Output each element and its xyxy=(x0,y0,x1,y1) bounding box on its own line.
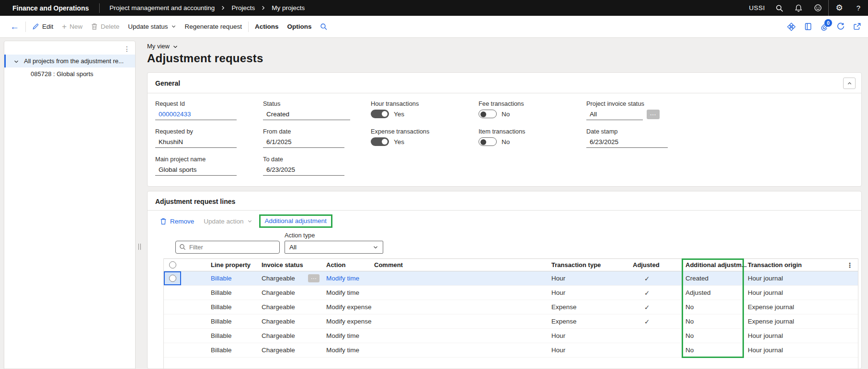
attachments-count-badge: 0 xyxy=(824,19,832,27)
breadcrumb-module[interactable]: Project management and accounting xyxy=(109,4,215,11)
edit-button[interactable]: Edit xyxy=(28,20,57,33)
annotation-highlight-box: Additional adjustment xyxy=(259,214,332,228)
grid-options-icon[interactable]: ⋮ xyxy=(846,261,858,269)
grid-row[interactable]: Billable Chargeable Modify expense Expen… xyxy=(164,314,858,329)
regenerate-request-button[interactable]: Regenerate request xyxy=(181,20,246,33)
back-button[interactable]: ← xyxy=(6,19,23,34)
chevron-right-icon xyxy=(220,5,226,11)
chevron-down-icon xyxy=(13,59,19,65)
breadcrumb: Project management and accounting Projec… xyxy=(100,4,305,11)
row-radio[interactable] xyxy=(164,286,181,300)
open-in-new-window-icon[interactable] xyxy=(853,22,861,31)
delete-button[interactable]: Delete xyxy=(87,20,124,33)
status-value[interactable]: Created xyxy=(263,110,350,120)
attachments-paperclip-icon[interactable]: 0 xyxy=(821,22,828,31)
hour-transactions-toggle[interactable] xyxy=(371,110,389,118)
feedback-smiley-icon[interactable] xyxy=(808,0,827,16)
company-selector[interactable]: USSI xyxy=(744,4,770,11)
field-main-project-name: Main project name Global sports xyxy=(155,156,263,179)
field-request-id: Request Id 000002433 xyxy=(155,100,263,123)
request-id-value[interactable]: 000002433 xyxy=(155,110,237,120)
row-radio[interactable] xyxy=(164,329,181,343)
remove-button[interactable]: Remove xyxy=(155,215,199,227)
panel-splitter[interactable] xyxy=(136,41,144,369)
fee-transactions-toggle[interactable] xyxy=(479,110,497,118)
lookup-ellipsis-button[interactable]: ⋯ xyxy=(647,110,660,119)
column-header-adjusted[interactable]: Adjusted xyxy=(629,261,682,268)
grid-row[interactable]: Billable Chargeable Modify time Hour ✓ A… xyxy=(164,286,858,300)
tree-item-label: All projects from the adjustment re... xyxy=(24,57,124,65)
to-date-value[interactable]: 6/23/2025 xyxy=(263,165,344,176)
notifications-bell-icon[interactable] xyxy=(789,0,808,16)
row-radio[interactable] xyxy=(164,343,181,357)
panel-more-icon[interactable]: ⋮ xyxy=(124,45,130,53)
topbar-divider xyxy=(828,0,829,16)
select-all-radio[interactable] xyxy=(164,259,181,271)
command-bar: ← Edit + New Delete Update status Regene… xyxy=(0,16,868,38)
top-navigation-bar: Finance and Operations Project managemen… xyxy=(0,0,868,16)
grid-row[interactable]: Billable Chargeable Modify time Hour No … xyxy=(164,343,858,358)
adjusted-check: ✓ xyxy=(629,318,682,325)
column-header-transaction-type[interactable]: Transaction type xyxy=(548,261,629,268)
splitter-grip[interactable] xyxy=(138,244,141,250)
view-selector[interactable]: My view xyxy=(144,42,862,51)
date-stamp-value[interactable]: 6/23/2025 xyxy=(586,137,668,148)
new-button[interactable]: + New xyxy=(57,19,87,34)
adjusted-check: ✓ xyxy=(629,289,682,297)
update-action-button[interactable]: Update action xyxy=(199,215,257,227)
search-icon xyxy=(179,244,186,250)
page-title: Adjustment requests xyxy=(144,51,862,65)
grid-row[interactable]: Billable Chargeable Modify time Hour No … xyxy=(164,329,858,343)
item-transactions-toggle[interactable] xyxy=(479,137,497,146)
trash-icon xyxy=(160,218,167,225)
grid-row[interactable]: Billable Chargeable⋯ Modify time Hour ✓ … xyxy=(164,271,858,286)
collapse-section-button[interactable] xyxy=(843,78,856,89)
column-header-action[interactable]: Action xyxy=(322,261,370,268)
column-header-invoice-status[interactable]: Invoice status xyxy=(258,261,322,268)
update-status-button[interactable]: Update status xyxy=(124,20,180,33)
main-project-name-value[interactable]: Global sports xyxy=(155,165,237,176)
app-title[interactable]: Finance and Operations xyxy=(0,4,99,12)
action-type-dropdown[interactable]: All xyxy=(285,241,383,254)
office-book-icon[interactable] xyxy=(804,22,812,31)
lookup-ellipsis-button[interactable]: ⋯ xyxy=(308,274,320,282)
search-icon[interactable] xyxy=(770,0,789,16)
command-search-icon[interactable] xyxy=(316,20,331,33)
tree-item-project[interactable]: 085728 : Global sports xyxy=(4,67,135,80)
row-radio[interactable] xyxy=(164,314,181,328)
actions-menu[interactable]: Actions xyxy=(251,20,283,33)
column-header-transaction-origin[interactable]: Transaction origin xyxy=(744,261,835,268)
general-section-title: General xyxy=(155,79,180,87)
chevron-down-icon xyxy=(247,219,252,224)
filter-input[interactable] xyxy=(175,241,280,254)
column-header-comment[interactable]: Comment xyxy=(370,261,548,268)
expense-transactions-toggle[interactable] xyxy=(371,137,389,146)
requested-by-value[interactable]: KhushiN xyxy=(155,137,237,148)
general-section: General Request Id 000002433 Requested b… xyxy=(147,72,862,187)
project-invoice-status-value[interactable]: All xyxy=(586,110,643,120)
settings-gear-icon[interactable]: ⚙ xyxy=(830,0,849,16)
options-menu[interactable]: Options xyxy=(283,20,316,33)
adjusted-check: ✓ xyxy=(629,275,682,282)
help-icon[interactable]: ? xyxy=(849,0,868,16)
breadcrumb-page[interactable]: My projects xyxy=(272,4,305,11)
chevron-down-icon xyxy=(373,245,378,250)
field-to-date: To date 6/23/2025 xyxy=(263,156,371,179)
field-project-invoice-status: Project invoice status All ⋯ xyxy=(586,100,857,123)
refresh-icon[interactable] xyxy=(836,22,845,31)
column-header-additional-adjustment[interactable]: Additional adjustm... xyxy=(682,261,744,268)
breadcrumb-area[interactable]: Projects xyxy=(231,4,255,11)
tree-item-all-projects[interactable]: All projects from the adjustment re... xyxy=(4,55,135,67)
additional-adjustment-button[interactable]: Additional adjustment xyxy=(265,217,327,224)
page-content: ⋮ All projects from the adjustment re...… xyxy=(0,38,868,369)
grid-row[interactable]: Billable Chargeable Modify expense Expen… xyxy=(164,300,858,314)
row-radio[interactable] xyxy=(164,300,181,314)
lines-toolbar: Remove Update action Additional adjustme… xyxy=(148,211,861,231)
dynamics-diamond-icon[interactable] xyxy=(787,22,796,31)
from-date-value[interactable]: 6/1/2025 xyxy=(263,137,344,148)
main-area: My view Adjustment requests General Requ… xyxy=(144,41,868,369)
chevron-down-icon xyxy=(172,44,178,50)
column-header-line-property[interactable]: Line property xyxy=(181,261,258,268)
field-hour-transactions: Hour transactions Yes xyxy=(371,100,479,123)
row-radio[interactable] xyxy=(164,271,181,285)
